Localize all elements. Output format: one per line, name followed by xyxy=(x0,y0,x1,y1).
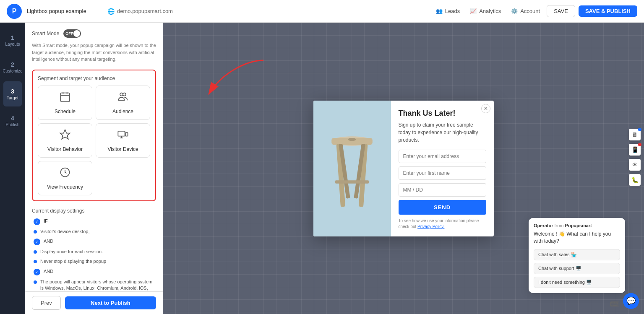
view-frequency-label: View Frequency xyxy=(47,184,83,190)
check-icon-if: ✓ xyxy=(34,218,40,225)
schedule-icon xyxy=(59,91,71,105)
current-settings: Current display settings ✓ IF Visitor's … xyxy=(32,208,156,302)
popup-name-input[interactable] xyxy=(399,166,486,180)
sidebar-step-1[interactable]: 1 Layouts xyxy=(3,28,22,53)
settings-item-if: ✓ IF xyxy=(32,218,156,225)
account-icon: ⚙️ xyxy=(511,8,518,14)
current-settings-title: Current display settings xyxy=(32,208,156,214)
popup-email-input[interactable] xyxy=(399,150,486,163)
dot-icon-os xyxy=(34,280,37,284)
segment-title: Segment and target your audience xyxy=(38,75,150,81)
popup-send-button[interactable]: SEND xyxy=(399,200,486,215)
nav-account[interactable]: ⚙️ Account xyxy=(511,8,540,14)
privacy-link[interactable]: Privacy Policy. xyxy=(417,224,444,229)
view-frequency-icon xyxy=(59,166,71,181)
audience-icon xyxy=(117,91,129,105)
settings-and2-text: AND xyxy=(44,268,53,275)
collapse-chat-icon[interactable]: ⌨ xyxy=(610,300,620,308)
chat-btn-sales[interactable]: Chat with sales 🏪 xyxy=(534,249,620,260)
panel-footer: Prev Next to Publish xyxy=(25,291,163,314)
segment-card-view-frequency[interactable]: View Frequency xyxy=(38,161,92,195)
globe-icon: 🌐 xyxy=(107,8,115,15)
sidebar-step-4[interactable]: 4 Publish xyxy=(3,108,22,133)
left-sidebar: 1 Layouts 2 Customize 3 Target 4 Publish xyxy=(0,23,25,314)
popup-modal: ✕ Thank Us Later! Sign up to claim your … xyxy=(313,101,494,236)
chat-message: Welcome ! 👋 What can I help you with tod… xyxy=(534,231,620,245)
sidebar-step-3[interactable]: 3 Target xyxy=(3,81,22,106)
nav-account-label: Account xyxy=(520,8,540,14)
campaign-title-input[interactable] xyxy=(27,8,102,14)
svg-point-5 xyxy=(123,93,126,96)
logo-letter: P xyxy=(12,8,17,15)
audience-label: Audience xyxy=(112,109,133,114)
popup-description: Sign up to claim your free sample today … xyxy=(399,121,486,144)
segment-card-visitor-behavior[interactable]: Visitor Behavior xyxy=(38,123,92,158)
chat-btn-support[interactable]: Chat with support 🖥️ xyxy=(534,263,620,274)
right-icon-eye[interactable]: 👁 xyxy=(629,159,641,171)
header-nav: 👥 Leads 📈 Analytics ⚙️ Account xyxy=(436,8,540,14)
dot-icon-session xyxy=(34,250,37,254)
svg-point-20 xyxy=(348,138,356,141)
smart-mode-row: Smart Mode OFF xyxy=(32,29,156,38)
step-3-num: 3 xyxy=(11,88,14,95)
step-2-num: 2 xyxy=(11,61,14,68)
leads-icon: 👥 xyxy=(436,8,443,14)
right-panel: 🖥 📱 👁 🐛 xyxy=(629,129,641,186)
right-icon-mobile[interactable]: 📱 xyxy=(629,144,641,156)
smart-mode-description: With Smart mode, your popup campaign wil… xyxy=(32,42,156,63)
step-2-label: Customize xyxy=(3,69,22,73)
segment-card-schedule[interactable]: Schedule xyxy=(38,86,92,120)
settings-item-device: Visitor's device desktop, xyxy=(32,228,156,235)
visitor-device-icon xyxy=(117,129,129,143)
segment-section: Segment and target your audience Schedul… xyxy=(32,70,156,201)
check-icon-and2: ✓ xyxy=(34,269,40,275)
chat-widget: Operator from Popupsmart Welcome ! 👋 Wha… xyxy=(529,218,625,293)
chat-bubble-button[interactable]: 💬 xyxy=(623,293,639,309)
segment-card-audience[interactable]: Audience xyxy=(96,86,150,120)
settings-and1-text: AND xyxy=(44,238,53,244)
main-panel: Smart Mode OFF With Smart mode, your pop… xyxy=(25,23,163,314)
operator-label: Operator xyxy=(534,223,553,228)
company-name: Popupsmart xyxy=(565,223,592,228)
visitor-device-label: Visitor Device xyxy=(107,146,138,152)
save-button[interactable]: SAVE xyxy=(547,5,575,17)
svg-rect-8 xyxy=(125,132,128,136)
popup-close-button[interactable]: ✕ xyxy=(481,104,490,113)
if-label: IF xyxy=(44,218,48,223)
segment-grid: Schedule Audience Visito xyxy=(38,86,150,195)
header-url: 🌐 demo.popupsmart.com xyxy=(107,8,173,15)
nav-leads-label: Leads xyxy=(445,8,460,14)
settings-item-and2: ✓ AND xyxy=(32,268,156,275)
popup-privacy-text: To see how we use your information pleas… xyxy=(399,218,486,230)
analytics-icon: 📈 xyxy=(470,8,477,14)
popup-image xyxy=(313,101,391,236)
toggle-knob xyxy=(73,30,80,37)
schedule-label: Schedule xyxy=(55,109,76,114)
chat-btn-no-need[interactable]: I don't need something 🖥️ xyxy=(534,277,620,288)
step-4-num: 4 xyxy=(11,115,14,122)
settings-item-os: The popup will appear visitors whose ope… xyxy=(32,279,156,292)
prev-button[interactable]: Prev xyxy=(32,296,61,310)
segment-card-visitor-device[interactable]: Visitor Device xyxy=(96,123,150,158)
svg-marker-6 xyxy=(60,130,70,139)
nav-analytics-label: Analytics xyxy=(479,8,501,14)
settings-item-and1: ✓ AND xyxy=(32,238,156,245)
popup-date-input[interactable] xyxy=(399,183,486,197)
smart-mode-toggle[interactable]: OFF xyxy=(63,29,81,38)
svg-rect-0 xyxy=(61,93,70,101)
settings-if-text: IF xyxy=(44,218,48,224)
toggle-label: OFF xyxy=(65,31,73,36)
right-icon-bug[interactable]: 🐛 xyxy=(629,174,641,186)
settings-item-session: Display once for each session. xyxy=(32,249,156,255)
next-to-publish-button[interactable]: Next to Publish xyxy=(65,296,156,309)
settings-device-text: Visitor's device desktop, xyxy=(40,228,89,235)
chat-buttons: Chat with sales 🏪 Chat with support 🖥️ I… xyxy=(534,249,620,288)
step-1-num: 1 xyxy=(11,34,14,41)
save-publish-button[interactable]: SAVE & PUBLISH xyxy=(579,5,637,17)
sidebar-step-2[interactable]: 2 Customize xyxy=(3,54,22,80)
url-text: demo.popupsmart.com xyxy=(117,8,173,14)
nav-analytics[interactable]: 📈 Analytics xyxy=(470,8,501,14)
nav-leads[interactable]: 👥 Leads xyxy=(436,8,460,14)
right-icon-desktop[interactable]: 🖥 xyxy=(629,129,641,140)
popup-title: Thank Us Later! xyxy=(399,109,486,118)
